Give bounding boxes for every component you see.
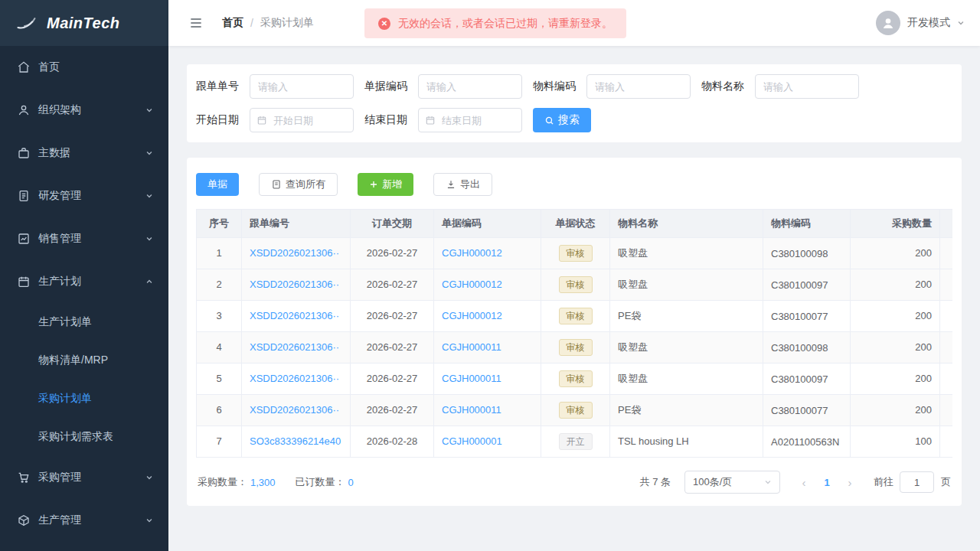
material-name-input[interactable] [755, 74, 859, 99]
cell-purchase-qty: 200 [851, 301, 940, 332]
order-no-link[interactable]: XSDD2026021306·· [242, 269, 351, 301]
cell-spacer [940, 364, 953, 395]
table-row: 2XSDD2026021306··2026-02-27CGJH000012审核吸… [197, 269, 953, 301]
add-button[interactable]: 新增 [358, 173, 413, 196]
pagination: 共 7 条 100条/页 ‹ 1 › 前往 页 [640, 471, 951, 494]
plus-icon [369, 180, 378, 189]
doc-no-link[interactable]: CGJH000012 [434, 301, 541, 332]
material-code-input[interactable] [586, 74, 691, 99]
sidebar-item-production-plan[interactable]: 生产计划 [0, 260, 168, 303]
sidebar-item-label: 采购管理 [38, 471, 81, 484]
submenu-label: 采购计划单 [38, 392, 92, 406]
cell-purchase-qty: 100 [851, 426, 940, 458]
brand-logo-icon [15, 15, 41, 31]
table-scroll-area[interactable]: 序号 跟单编号 订单交期 单据编码 单据状态 物料名称 物料编码 采购数量 1X… [196, 209, 952, 458]
sidebar-item-home[interactable]: 首页 [0, 46, 168, 89]
doc-no-link[interactable]: CGJH000011 [434, 395, 541, 426]
sidebar-subitem-bom-mrp[interactable]: 物料清单/MRP [0, 341, 168, 380]
order-no-link[interactable]: SO3c833396214e40 [242, 426, 351, 458]
order-no-link[interactable]: XSDD2026021306·· [242, 238, 351, 269]
sidebar-item-rnd[interactable]: 研发管理 [0, 174, 168, 217]
cell-seq: 4 [197, 332, 242, 364]
filter-material-code: 物料编码 [533, 74, 691, 99]
results-panel: 单据 查询所有 新增 导出 [187, 158, 962, 506]
cell-spacer [940, 269, 953, 301]
brand-name: MainTech [47, 15, 120, 32]
doc-no-link[interactable]: CGJH000011 [434, 364, 541, 395]
current-page[interactable]: 1 [815, 477, 838, 488]
cell-spacer [940, 332, 953, 364]
document-button[interactable]: 单据 [196, 173, 239, 196]
sidebar-item-manufacturing[interactable]: 生产管理 [0, 499, 168, 542]
sidebar-item-master-data[interactable]: 主数据 [0, 132, 168, 174]
doc-code-input[interactable] [418, 74, 522, 99]
avatar[interactable] [876, 11, 900, 35]
order-no-link[interactable]: XSDD2026021306·· [242, 395, 351, 426]
sidebar: MainTech 首页 组织架构 主数据 研发管理 销售管理 [0, 0, 168, 551]
order-no-link[interactable]: XSDD2026021306·· [242, 301, 351, 332]
doc-no-link[interactable]: CGJH000001 [434, 426, 541, 458]
cell-delivery-date: 2026-02-28 [351, 426, 434, 458]
filter-order-no: 跟单单号 [196, 74, 354, 99]
breadcrumb-home[interactable]: 首页 [222, 16, 243, 30]
table-row: 3XSDD2026021306··2026-02-27CGJH000012审核P… [197, 301, 953, 332]
cell-material-name: 吸塑盘 [610, 238, 763, 269]
list-icon [271, 179, 282, 190]
prev-page-button[interactable]: ‹ [792, 476, 815, 489]
query-all-button-label: 查询所有 [286, 178, 325, 191]
sidebar-subitem-production-plan-order[interactable]: 生产计划单 [0, 303, 168, 341]
doc-no-link[interactable]: CGJH000012 [434, 269, 541, 301]
submenu-label: 物料清单/MRP [38, 354, 108, 367]
page-size-select[interactable]: 100条/页 [684, 471, 780, 494]
status-badge: 开立 [559, 433, 593, 450]
sidebar-menu: 首页 组织架构 主数据 研发管理 销售管理 生产计划 [0, 46, 168, 542]
ordered-qty-summary-value: 0 [348, 477, 354, 488]
sidebar-item-organization[interactable]: 组织架构 [0, 89, 168, 132]
cell-purchase-qty: 200 [851, 269, 940, 301]
cell-material-name: TSL housing LH [610, 426, 763, 458]
cell-material-name: 吸塑盘 [610, 332, 763, 364]
header-seq: 序号 [197, 210, 242, 238]
header-doc-no: 单据编码 [434, 210, 541, 238]
next-page-button[interactable]: › [838, 476, 861, 489]
download-icon [446, 179, 456, 190]
cell-seq: 7 [197, 426, 242, 458]
sidebar-item-sales[interactable]: 销售管理 [0, 217, 168, 260]
brand-logo: MainTech [0, 0, 168, 46]
menu-toggle-icon[interactable] [188, 15, 204, 31]
chevron-down-icon [145, 474, 153, 481]
order-no-link[interactable]: XSDD2026021306·· [242, 364, 351, 395]
calendar-icon [256, 115, 267, 126]
cell-purchase-qty: 200 [851, 364, 940, 395]
chevron-down-icon [145, 149, 153, 157]
chevron-down-icon [145, 235, 153, 243]
topbar: 首页 / 采购计划单 ✕ 无效的会话，或者会话已过期，请重新登录。 开发模式 [168, 0, 980, 46]
query-all-button[interactable]: 查询所有 [259, 173, 338, 196]
sidebar-item-purchasing[interactable]: 采购管理 [0, 456, 168, 499]
goto-page-input[interactable] [900, 471, 934, 493]
search-icon [544, 116, 554, 126]
sidebar-item-label: 主数据 [38, 146, 70, 160]
breadcrumb-current: 采购计划单 [260, 16, 314, 30]
order-no-link[interactable]: XSDD2026021306·· [242, 332, 351, 364]
cell-purchase-qty: 200 [851, 332, 940, 364]
search-button-label: 搜索 [558, 113, 580, 127]
doc-no-link[interactable]: CGJH000011 [434, 332, 541, 364]
sidebar-subitem-purchase-plan-demand[interactable]: 采购计划需求表 [0, 418, 168, 456]
sidebar-subitem-purchase-plan-order[interactable]: 采购计划单 [0, 380, 168, 418]
export-button[interactable]: 导出 [433, 173, 492, 196]
cell-delivery-date: 2026-02-27 [351, 395, 434, 426]
header-order-no: 跟单编号 [242, 210, 351, 238]
calendar-icon [425, 115, 436, 126]
calendar-icon [17, 275, 31, 289]
cell-delivery-date: 2026-02-27 [351, 332, 434, 364]
chevron-down-icon [764, 478, 772, 486]
home-icon [17, 60, 31, 74]
header-material-name: 物料名称 [610, 210, 763, 238]
order-no-input[interactable] [250, 74, 354, 99]
search-button[interactable]: 搜索 [533, 108, 591, 132]
table-row: 6XSDD2026021306··2026-02-27CGJH000011审核P… [197, 395, 953, 426]
doc-no-link[interactable]: CGJH000012 [434, 238, 541, 269]
cell-seq: 2 [197, 269, 242, 301]
user-menu[interactable]: 开发模式 [876, 11, 965, 35]
